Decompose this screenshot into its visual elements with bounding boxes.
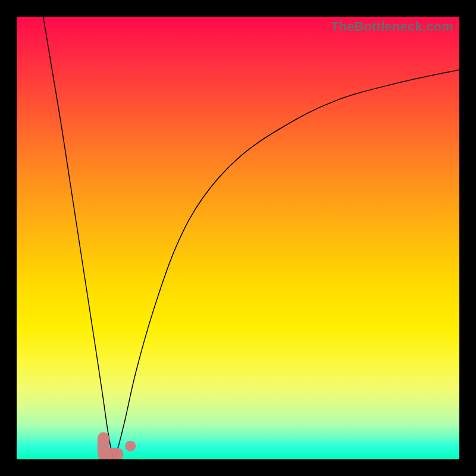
optimal-dot-marker (125, 441, 136, 452)
curve-left-branch (43, 17, 114, 459)
plot-area: TheBottleneck.com (17, 17, 459, 459)
curve-layer (17, 17, 459, 459)
curve-right-branch (114, 70, 459, 459)
chart-frame: TheBottleneck.com (0, 0, 476, 476)
